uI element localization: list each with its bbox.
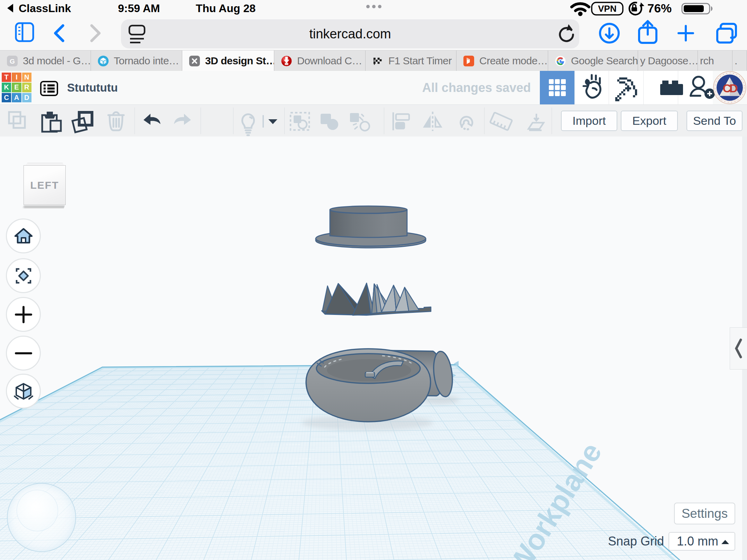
svg-text:ClassLink: ClassLink [19, 2, 71, 15]
svg-text:9:59 AM: 9:59 AM [118, 2, 160, 15]
svg-text:CD: CD [722, 82, 738, 95]
svg-text:Thu Aug 28: Thu Aug 28 [196, 2, 256, 15]
svg-text:G: G [10, 57, 15, 65]
svg-text:VPN: VPN [598, 3, 616, 14]
svg-text:76%: 76% [647, 1, 672, 15]
